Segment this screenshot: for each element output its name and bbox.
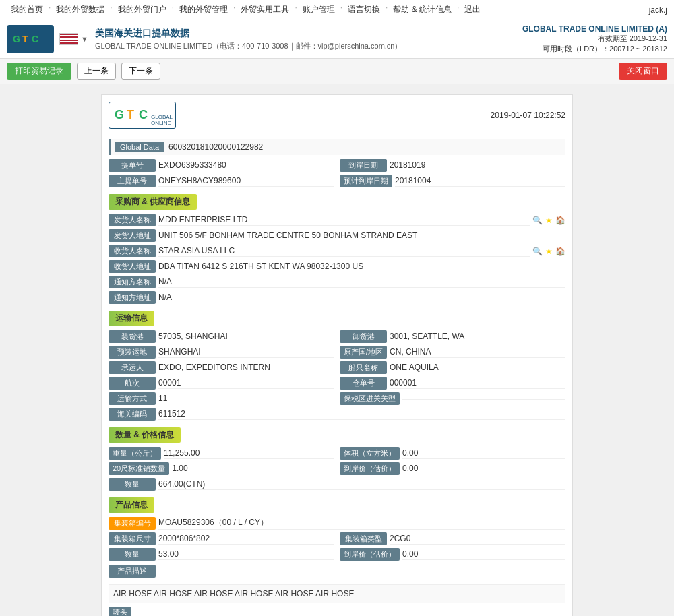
shipper-search-icon[interactable]: 🔍 [532,216,543,225]
product-desc-label: 产品描述 [109,565,156,578]
global-data-row: Global Data 600320181020000122982 [109,139,565,155]
vessel-value: ONE AQUILA [390,363,565,373]
arrival-port-row: 卸货港 3001, SEATTLE, WA [340,330,565,343]
customs-code-row: 海关编码 611512 [109,408,565,421]
weight-label: 重量（公斤） [109,447,161,460]
vessel-label: 船只名称 [340,361,387,374]
nav-tools[interactable]: 外贸实用工具 [237,3,293,17]
consignee-home-icon[interactable]: 🏠 [555,247,565,256]
transport-mode-label: 运输方式 [109,392,156,405]
product-price-row: 到岸价（估价） 0.00 [340,548,565,561]
product-price-label: 到岸价（估价） [340,548,400,561]
container-type-row: 集装箱类型 2CG0 [340,532,565,545]
product-price-value: 0.00 [402,549,565,560]
nav-account[interactable]: 账户管理 [299,3,339,17]
bill-no-row: 提单号 EXDO6395333480 [109,159,334,172]
departure-port-label: 装货港 [109,330,156,343]
transport-section-title: 运输信息 [109,311,154,326]
close-button-top[interactable]: 关闭窗口 [619,63,667,80]
shipper-star-icon[interactable]: ★ [545,216,553,225]
bill-no-value: EXDO6395333480 [158,160,334,171]
shipper-home-icon[interactable]: 🏠 [555,216,565,225]
customs-code-value: 611512 [158,409,565,420]
print-button-top[interactable]: 打印贸易记录 [7,63,71,80]
container-type-value: 2CG0 [390,534,565,545]
record-datetime: 2019-01-07 10:22:52 [491,111,565,120]
qty-grid: 重量（公斤） 11,255.00 体积（立方米） 0.00 20尺标准销数量 1… [109,447,565,475]
nav-user: jack.j [649,5,667,15]
customs-code-label: 海关编码 [109,408,156,421]
voyage-row: 航次 00001 [109,377,334,390]
notify-name-label: 通知方名称 [109,276,156,288]
notify-addr-value: N/A [158,292,565,303]
weight-row: 重量（公斤） 11,255.00 [109,447,334,460]
consignee-addr-value: DBA TITAN 6412 S 216TH ST KENT WA 98032-… [158,261,565,272]
transport-mode-value: 11 [158,394,334,404]
arrival-price-value: 0.00 [402,464,565,474]
marks-label: 唛头 [109,607,131,616]
record-logo-area: G T C GLOBAL TRADE ONLINE LIMITED [109,102,176,129]
container-type-label: 集装箱类型 [340,532,387,545]
planned-arrival-value: 20181004 [395,176,565,187]
svg-text:ONLINE LIMITED: ONLINE LIMITED [151,120,173,126]
shipper-name-label: 发货人名称 [109,214,156,226]
consignee-name-value: STAR ASIA USA LLC [158,246,530,257]
arrival-price-label: 到岸价（估价） [340,462,400,475]
nav-trade-portal[interactable]: 我的外贸门户 [114,3,171,17]
container-size-row: 集装箱尺寸 2000*806*802 [109,532,334,545]
product-qty-label: 数量 [109,548,156,561]
consignee-icons: 🔍 ★ 🏠 [532,247,565,256]
transport-grid: 装货港 57035, SHANGHAI 卸货港 3001, SEATTLE, W… [109,330,565,405]
flag-area: ▼ [59,33,88,45]
company-info: 美国海关进口提单数据 GLOBAL TRADE ONLINE LIMITED（电… [95,28,402,51]
page-header: G T C [0,20,674,59]
nav-trade-data[interactable]: 我的外贸数据 [52,3,109,17]
notify-name-value: N/A [158,277,565,288]
nav-language[interactable]: 语言切换 [344,3,384,17]
arrival-date-row: 到岸日期 20181019 [340,159,565,172]
record-logo: G T C GLOBAL TRADE ONLINE LIMITED [109,102,176,129]
consignee-search-icon[interactable]: 🔍 [532,247,543,256]
arrival-price-row: 到岸价（估价） 0.00 [340,462,565,475]
consignee-name-row: 收货人名称 STAR ASIA USA LLC 🔍 ★ 🏠 [109,245,565,257]
next-button-top[interactable]: 下一条 [121,63,160,80]
svg-text:G: G [115,108,124,121]
marks-section: 唛头 NO MARKS [109,607,565,616]
global-data-label: Global Data [115,142,164,152]
planned-arrival-row: 预计到岸日期 20181004 [340,175,565,187]
master-bill-label: 主提单号 [109,175,156,187]
departure-port-value: 57035, SHANGHAI [158,332,334,342]
nav-home[interactable]: 我的首页 [7,3,47,17]
nav-trade-mgmt[interactable]: 我的外贸管理 [175,3,232,17]
product-section-header: 产品信息 [109,497,565,513]
container-no-label: 集装箱编号 [109,517,156,530]
qty-label: 数量 [109,478,156,491]
manifest-label: 仓单号 [340,377,387,390]
svg-text:GLOBAL TRADE: GLOBAL TRADE [151,114,173,120]
marks-label-row: 唛头 [109,607,565,616]
arrival-date-label: 到岸日期 [340,159,387,172]
customs-zone-label: 保税区进关关型 [340,392,400,405]
nav-logout[interactable]: 退出 [460,3,485,17]
origin-row: 原产国/地区 CN, CHINA [340,346,565,359]
container-size-value: 2000*806*802 [158,534,334,545]
product-qty-value: 53.00 [158,549,334,560]
global-data-value: 600320181020000122982 [168,142,263,152]
consignee-addr-row: 收货人地址 DBA TITAN 6412 S 216TH ST KENT WA … [109,260,565,273]
carrier-row: 承运人 EXDO, EXPEDITORS INTERN [109,361,334,374]
master-bill-row: 主提单号 ONEYSH8ACY989600 [109,175,334,187]
prev-button-top[interactable]: 上一条 [77,63,116,80]
nav-help[interactable]: 帮助 & 统计信息 [389,3,456,17]
main-content: G T C GLOBAL TRADE ONLINE LIMITED 2019-0… [88,88,586,616]
product-grid: 集装箱尺寸 2000*806*802 集装箱类型 2CG0 数量 53.00 到… [109,532,565,561]
svg-text:C: C [139,108,148,121]
weight-value: 11,255.00 [164,448,334,459]
shipper-addr-label: 发货人地址 [109,229,156,242]
quantity-section-header: 数量 & 价格信息 [109,427,565,443]
consignee-star-icon[interactable]: ★ [545,247,553,256]
supplier-section-title: 采购商 & 供应商信息 [109,194,197,210]
notify-addr-label: 通知方地址 [109,291,156,304]
container-no-row: 集装箱编号 MOAU5829306（00 / L / CY） [109,517,565,530]
manifest-row: 仓单号 000001 [340,377,565,390]
master-bill-value: ONEYSH8ACY989600 [158,176,334,187]
